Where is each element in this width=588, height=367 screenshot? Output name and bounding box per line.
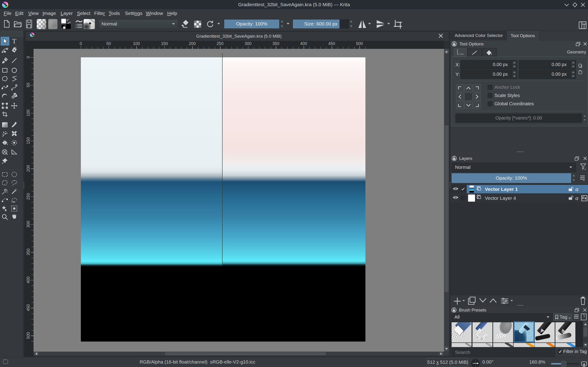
svg-text:T: T [12, 38, 16, 44]
